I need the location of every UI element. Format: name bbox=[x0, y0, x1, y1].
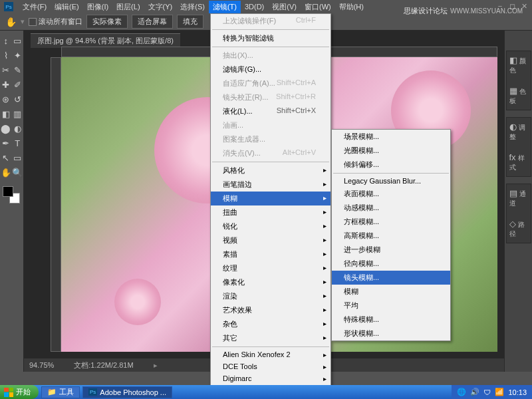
type-tool-icon[interactable]: T bbox=[12, 136, 24, 150]
channels-panel-icon[interactable]: ▤ bbox=[509, 188, 517, 198]
menu-plugin[interactable]: DCE Tools▸ bbox=[211, 360, 331, 372]
document-tab[interactable]: 原图.jpg @ 94.8% (背景 副本, 图层蒙版/8) bbox=[31, 33, 180, 48]
ps-taskbar-icon: Ps bbox=[88, 388, 97, 396]
menu-blur-item[interactable]: 径向模糊... bbox=[332, 257, 450, 271]
menu-item: 消失点(V)...Alt+Ctrl+V bbox=[211, 146, 331, 160]
zoom-tool-icon[interactable]: 🔍 bbox=[12, 165, 24, 180]
toolbox: ↕▭ ⌇✦ ✂✎ ✚✐ ⊛↺ ◧▥ ⬤◐ ✒T ↖▭ ✋🔍 bbox=[0, 31, 24, 372]
history-brush-icon[interactable]: ↺ bbox=[12, 92, 24, 106]
filter-dropdown: 上次滤镜操作(F)Ctrl+F 转换为智能滤镜 抽出(X)...滤镜库(G)..… bbox=[210, 13, 331, 399]
tray-shield-icon[interactable]: 🛡 bbox=[483, 388, 491, 396]
color-panel-icon[interactable]: ◧ bbox=[509, 55, 517, 65]
swatches-panel-icon[interactable]: ▦ bbox=[509, 86, 517, 96]
menu-blur-item[interactable]: 方框模糊... bbox=[332, 215, 450, 229]
menu-category[interactable]: 模糊▸ bbox=[211, 192, 331, 205]
menu-category[interactable]: 锐化▸ bbox=[211, 219, 331, 233]
menu-category[interactable]: 其它▸ bbox=[211, 331, 331, 345]
menu-select[interactable]: 选择(S) bbox=[176, 1, 209, 13]
hand-tool-icon-tb[interactable]: ✋ bbox=[0, 165, 12, 180]
color-swatches[interactable] bbox=[0, 184, 23, 205]
dodge-tool-icon[interactable]: ◐ bbox=[12, 121, 24, 136]
tray-network-icon[interactable]: 📶 bbox=[495, 388, 504, 396]
menu-blur-item[interactable]: 镜头模糊... bbox=[332, 271, 450, 285]
menu-type[interactable]: 文字(Y) bbox=[144, 1, 177, 13]
heal-tool-icon[interactable]: ✚ bbox=[0, 77, 12, 92]
menu-blur-item[interactable]: 进一步模糊 bbox=[332, 243, 450, 257]
menu-blur-new[interactable]: 场景模糊... bbox=[332, 130, 450, 144]
menu-window[interactable]: 窗口(W) bbox=[301, 1, 335, 13]
menu-plugin[interactable]: Alien Skin Xenofex 2▸ bbox=[211, 348, 331, 360]
paths-panel-icon[interactable]: ◇ bbox=[509, 219, 516, 229]
fit-screen-button[interactable]: 适合屏幕 bbox=[132, 15, 173, 29]
zoom-level[interactable]: 94.75% bbox=[29, 361, 54, 369]
menu-blur-new[interactable]: 光圈模糊... bbox=[332, 144, 450, 158]
menu-blur-item[interactable]: 形状模糊... bbox=[332, 327, 450, 340]
marquee-tool-icon[interactable]: ▭ bbox=[12, 33, 24, 48]
taskbar-item-photoshop[interactable]: PsAdobe Photoshop ... bbox=[82, 386, 172, 398]
eraser-tool-icon[interactable]: ◧ bbox=[0, 106, 12, 121]
taskbar: 开始 📁工具 PsAdobe Photoshop ... 🌐 🔊 🛡 📶 10:… bbox=[0, 385, 532, 399]
document-size: 文档:1.22M/2.81M bbox=[74, 360, 133, 370]
menu-layer[interactable]: 图层(L) bbox=[112, 1, 144, 13]
foreground-swatch[interactable] bbox=[3, 186, 13, 197]
menu-category[interactable]: 艺术效果▸ bbox=[211, 303, 331, 317]
hand-tool-icon[interactable]: ✋ bbox=[5, 17, 17, 27]
menu-filter[interactable]: 滤镜(T) bbox=[209, 1, 241, 13]
menu-blur-item[interactable]: 高斯模糊... bbox=[332, 229, 450, 243]
menu-item: 抽出(X)... bbox=[211, 49, 331, 63]
menu-3d[interactable]: 3D(D) bbox=[241, 1, 268, 12]
path-tool-icon[interactable]: ↖ bbox=[0, 150, 12, 165]
lasso-tool-icon[interactable]: ⌇ bbox=[0, 48, 12, 63]
gradient-tool-icon[interactable]: ▥ bbox=[12, 106, 24, 121]
tray-clock[interactable]: 10:13 bbox=[508, 388, 527, 396]
menu-category[interactable]: 像素化▸ bbox=[211, 275, 331, 289]
menu-category[interactable]: 画笔描边▸ bbox=[211, 178, 331, 192]
tray-lang-icon[interactable]: 🌐 bbox=[457, 388, 466, 396]
stamp-tool-icon[interactable]: ⊛ bbox=[0, 92, 12, 106]
wand-tool-icon[interactable]: ✦ bbox=[12, 48, 24, 63]
menu-view[interactable]: 视图(V) bbox=[268, 1, 301, 13]
brush-tool-icon[interactable]: ✐ bbox=[12, 77, 24, 92]
menu-smart-filter[interactable]: 转换为智能滤镜 bbox=[211, 31, 331, 45]
menu-category[interactable]: 渲染▸ bbox=[211, 289, 331, 303]
menu-help[interactable]: 帮助(H) bbox=[335, 1, 368, 13]
blur-submenu: 场景模糊...光圈模糊...倾斜偏移... Legacy Gaussian Bl… bbox=[331, 129, 451, 341]
shape-tool-icon[interactable]: ▭ bbox=[12, 150, 24, 165]
menu-item: 自适应广角(A)...Shift+Ctrl+A bbox=[211, 76, 331, 90]
menu-category[interactable]: 纹理▸ bbox=[211, 261, 331, 275]
crop-tool-icon[interactable]: ✂ bbox=[0, 63, 12, 77]
tray-sound-icon[interactable]: 🔊 bbox=[470, 388, 479, 396]
menu-category[interactable]: 杂色▸ bbox=[211, 317, 331, 331]
menu-category[interactable]: 风格化▸ bbox=[211, 164, 331, 178]
watermark: 思缘设计论坛 WWW.MISSYUAN.COM bbox=[404, 5, 523, 16]
eyedropper-tool-icon[interactable]: ✎ bbox=[12, 63, 24, 77]
menu-blur-item[interactable]: 平均 bbox=[332, 299, 450, 313]
scroll-all-checkbox[interactable] bbox=[29, 18, 37, 26]
menu-category[interactable]: 素描▸ bbox=[211, 247, 331, 261]
menu-category[interactable]: 扭曲▸ bbox=[211, 205, 331, 219]
menu-item[interactable]: 滤镜库(G)... bbox=[211, 63, 331, 76]
menu-blur-item[interactable]: 特殊模糊... bbox=[332, 313, 450, 327]
styles-panel-icon[interactable]: fx bbox=[509, 152, 516, 162]
menu-image[interactable]: 图像(I) bbox=[83, 1, 112, 13]
menu-file[interactable]: 文件(F) bbox=[19, 1, 51, 13]
pen-tool-icon[interactable]: ✒ bbox=[0, 136, 12, 150]
menu-category[interactable]: 视频▸ bbox=[211, 233, 331, 247]
adjust-panel-icon[interactable]: ◐ bbox=[509, 122, 517, 132]
menu-item[interactable]: 液化(L)...Shift+Ctrl+X bbox=[211, 104, 331, 118]
move-tool-icon[interactable]: ↕ bbox=[0, 33, 12, 48]
fill-screen-button[interactable]: 填充 bbox=[177, 15, 203, 29]
menu-blur-item[interactable]: 模糊 bbox=[332, 285, 450, 299]
menu-blur-new[interactable]: 倾斜偏移... bbox=[332, 158, 450, 172]
actual-pixels-button[interactable]: 实际像素 bbox=[86, 15, 128, 29]
start-button[interactable]: 开始 bbox=[0, 385, 39, 399]
system-tray[interactable]: 🌐 🔊 🛡 📶 10:13 bbox=[452, 385, 532, 399]
blur-tool-icon[interactable]: ⬤ bbox=[0, 121, 12, 136]
menu-plugin[interactable]: Digimarc▸ bbox=[211, 372, 331, 384]
menu-blur-item[interactable]: 表面模糊... bbox=[332, 187, 450, 201]
menu-edit[interactable]: 编辑(E) bbox=[51, 1, 83, 13]
taskbar-item-tools[interactable]: 📁工具 bbox=[41, 386, 80, 398]
menu-blur-item[interactable]: 动感模糊... bbox=[332, 201, 450, 215]
menu-item: 图案生成器... bbox=[211, 132, 331, 146]
menu-blur-item[interactable]: Legacy Gaussian Blur... bbox=[332, 175, 450, 187]
